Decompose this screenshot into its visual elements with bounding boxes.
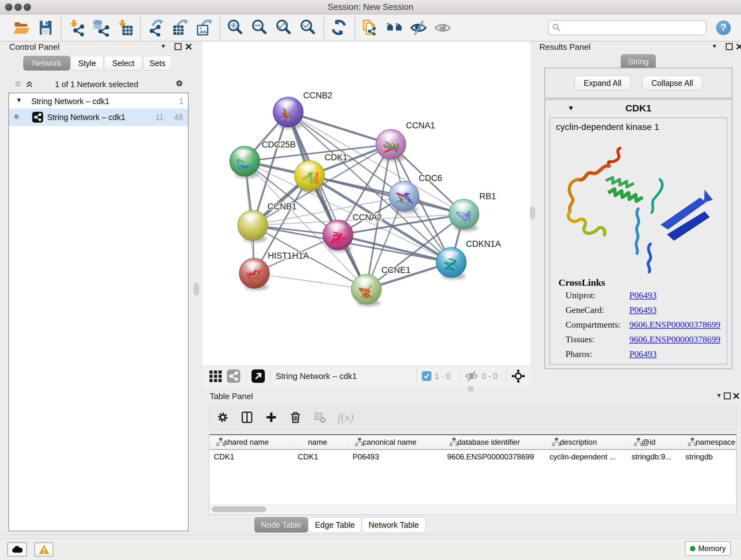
panel-menu-icon[interactable]: ▼: [159, 42, 167, 51]
close-panel-icon[interactable]: [735, 43, 741, 51]
left-splitter-handle[interactable]: [194, 283, 199, 295]
crosslink-value-link[interactable]: 9606.ENSP00000378699: [629, 334, 720, 345]
network-canvas[interactable]: CCNB2CCNA1CDC25BCDK1CDC6RB1CCNB1CCNA2CDK…: [202, 42, 530, 366]
tab-network-table[interactable]: Network Table: [362, 517, 426, 533]
selected-checkbox-icon[interactable]: [422, 371, 431, 381]
refresh-button[interactable]: [329, 17, 349, 38]
export-network-button[interactable]: [146, 17, 166, 38]
crosslink-value-link[interactable]: P06493: [629, 305, 657, 315]
network-selected-status: 1 of 1 Network selected: [4, 80, 189, 89]
hidden-eye-icon: [464, 369, 478, 383]
column-type-icon: [630, 437, 640, 447]
string-network-graph[interactable]: CCNB2CCNA1CDC25BCDK1CDC6RB1CCNB1CCNA2CDK…: [202, 42, 530, 366]
column-header-description[interactable]: description: [545, 435, 627, 449]
table-row[interactable]: CDK1CDK1P064939606.ENSP00000378699cyclin…: [209, 450, 736, 464]
collection-disclosure-icon[interactable]: ▼: [16, 97, 22, 104]
float-panel-icon[interactable]: [174, 43, 182, 51]
panel-menu-icon[interactable]: ▼: [715, 391, 723, 400]
crosslink-label: GeneCard:: [558, 305, 629, 315]
crosslink-label: Compartments:: [558, 320, 629, 330]
network-node-HIST1H1A[interactable]: [239, 258, 269, 290]
show-all-button[interactable]: [433, 17, 453, 38]
tab-select[interactable]: Select: [104, 56, 143, 71]
crosslink-row: Tissues:9606.ENSP00000378699: [558, 332, 724, 347]
crosslink-value-link[interactable]: P06493: [629, 349, 657, 359]
hide-selected-button[interactable]: [409, 17, 428, 38]
column-header-canonical-name[interactable]: canonical name: [348, 435, 443, 449]
network-node-CCNA2[interactable]: [323, 220, 353, 252]
close-panel-icon[interactable]: [732, 392, 740, 400]
warning-button[interactable]: [35, 543, 53, 557]
expand-all-button[interactable]: Expand All: [575, 76, 630, 90]
collapse-all-button[interactable]: Collapse All: [642, 76, 702, 90]
gene-header-row[interactable]: ▼ CDK1: [545, 100, 732, 118]
export-image-button[interactable]: [195, 17, 214, 38]
zoom-in-button[interactable]: [226, 17, 246, 38]
tab-string[interactable]: String: [621, 54, 656, 68]
memory-button[interactable]: Memory: [685, 541, 731, 556]
pan-crosshair-icon[interactable]: [511, 369, 525, 383]
function-builder-button[interactable]: f(x): [338, 411, 354, 424]
zoom-fit-button[interactable]: [274, 17, 294, 38]
network-node-CCNE1[interactable]: [351, 274, 381, 306]
panel-menu-icon[interactable]: ▼: [711, 42, 719, 51]
delete-table-button[interactable]: [313, 411, 326, 424]
tab-node-table[interactable]: Node Table: [254, 517, 308, 533]
delete-row-button[interactable]: [289, 411, 302, 424]
column-header-@id[interactable]: @id: [627, 435, 681, 449]
string-network-icon[interactable]: [226, 369, 241, 383]
horizontal-scrollbar[interactable]: [210, 504, 736, 514]
close-panel-icon[interactable]: [185, 43, 193, 51]
network-node-CDC25B[interactable]: [230, 146, 260, 178]
new-network-from-selection-button[interactable]: [360, 17, 380, 38]
settings-button[interactable]: [216, 411, 229, 424]
save-session-button[interactable]: [36, 17, 56, 38]
results-controls-box: Expand All Collapse All: [544, 68, 732, 98]
network-node-RB1[interactable]: [449, 199, 479, 231]
svg-text:HIST1H1A: HIST1H1A: [268, 251, 309, 260]
column-header-shared-name[interactable]: shared name: [209, 435, 293, 449]
cloud-button[interactable]: [7, 543, 27, 557]
add-row-button[interactable]: [265, 411, 278, 424]
show-columns-button[interactable]: [241, 411, 253, 424]
table-cell: cyclin-dependent ...: [545, 450, 627, 464]
float-panel-icon[interactable]: [723, 392, 731, 400]
application-window: Session: New Session ? Control Panel ▼ N…: [0, 0, 741, 560]
first-neighbors-button[interactable]: [385, 17, 404, 38]
column-header-name[interactable]: name: [293, 435, 348, 449]
import-network-button[interactable]: [67, 17, 86, 38]
column-header-database-identifier[interactable]: database identifier: [443, 435, 545, 449]
svg-text:CDC25B: CDC25B: [262, 140, 296, 149]
float-panel-icon[interactable]: [725, 43, 733, 51]
zoom-out-button[interactable]: [250, 17, 270, 38]
tab-style[interactable]: Style: [71, 56, 104, 71]
crosslink-label: Pharos:: [558, 349, 629, 359]
help-button[interactable]: ?: [716, 20, 731, 35]
network-collection-row[interactable]: ▼ String Network – cdk1 1: [9, 93, 188, 109]
crosslink-value-link[interactable]: P06493: [629, 290, 657, 300]
import-database-button[interactable]: [91, 17, 111, 38]
birds-eye-view-icon[interactable]: [209, 369, 223, 383]
column-header-namespace[interactable]: namespace: [681, 435, 737, 449]
open-session-button[interactable]: [11, 17, 31, 38]
tab-edge-table[interactable]: Edge Table: [308, 517, 361, 533]
tab-network[interactable]: Network: [23, 56, 70, 71]
network-node-CDKN1A[interactable]: [436, 247, 466, 279]
toolbar-separator: [219, 17, 220, 39]
network-row[interactable]: String Network – cdk1 11 48: [9, 109, 188, 126]
network-node-CCNA1[interactable]: [376, 129, 406, 161]
detach-view-icon[interactable]: [251, 369, 265, 383]
network-edge-count: 48: [174, 113, 183, 122]
network-options-gear-icon[interactable]: [175, 79, 184, 87]
network-node-CCNB1[interactable]: [238, 210, 268, 242]
tab-sets[interactable]: Sets: [143, 56, 172, 71]
zoom-selected-button[interactable]: [298, 17, 318, 38]
table-cell: P06493: [348, 450, 443, 464]
crosslink-value-link[interactable]: 9606.ENSP00000378699: [629, 320, 720, 330]
results-panel-title: Results Panel: [539, 42, 590, 52]
import-table-button[interactable]: [115, 17, 135, 38]
scrollbar-thumb[interactable]: [212, 506, 266, 512]
export-table-button[interactable]: [171, 17, 190, 38]
network-edges[interactable]: [245, 112, 464, 289]
search-input[interactable]: [563, 21, 703, 34]
